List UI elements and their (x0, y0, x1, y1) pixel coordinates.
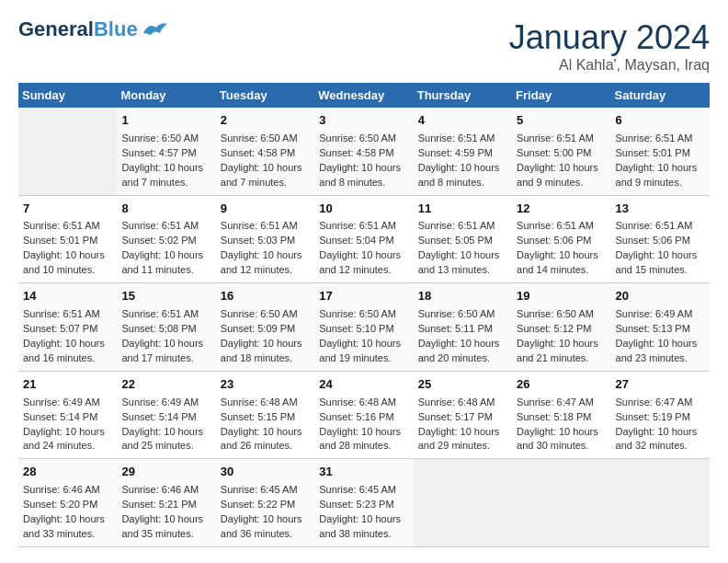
calendar-cell: 16Sunrise: 6:50 AMSunset: 5:09 PMDayligh… (216, 283, 314, 372)
daylight-text: Daylight: 10 hours and 25 minutes. (121, 426, 203, 452)
sunset-text: Sunset: 5:21 PM (121, 499, 196, 510)
sunset-text: Sunset: 4:58 PM (221, 147, 295, 158)
sunrise-text: Sunrise: 6:49 AM (121, 396, 199, 408)
logo: GeneralBlue (18, 18, 167, 40)
daylight-text: Daylight: 10 hours and 8 minutes. (319, 162, 401, 188)
day-number: 10 (319, 201, 408, 218)
calendar-cell: 15Sunrise: 6:51 AMSunset: 5:08 PMDayligh… (117, 283, 215, 372)
sunrise-text: Sunrise: 6:50 AM (121, 132, 199, 144)
sunrise-text: Sunrise: 6:51 AM (616, 220, 693, 231)
sunrise-text: Sunrise: 6:51 AM (23, 220, 100, 231)
col-wednesday: Wednesday (314, 83, 413, 108)
daylight-text: Daylight: 10 hours and 38 minutes. (319, 513, 401, 539)
calendar-table: Sunday Monday Tuesday Wednesday Thursday… (18, 83, 710, 547)
sunrise-text: Sunrise: 6:48 AM (418, 396, 495, 408)
daylight-text: Daylight: 10 hours and 9 minutes. (517, 162, 598, 188)
daylight-text: Daylight: 10 hours and 7 minutes. (221, 162, 302, 188)
daylight-text: Daylight: 10 hours and 12 minutes. (221, 249, 302, 275)
daylight-text: Daylight: 10 hours and 24 minutes. (23, 426, 105, 452)
sunset-text: Sunset: 5:17 PM (418, 411, 493, 422)
daylight-text: Daylight: 10 hours and 12 minutes. (319, 249, 401, 275)
day-number: 25 (418, 376, 507, 394)
sunrise-text: Sunrise: 6:51 AM (517, 132, 594, 144)
day-number: 16 (221, 288, 310, 305)
day-number: 5 (517, 112, 606, 130)
daylight-text: Daylight: 10 hours and 20 minutes. (418, 338, 500, 363)
sunrise-text: Sunrise: 6:51 AM (221, 220, 298, 231)
calendar-header-row: Sunday Monday Tuesday Wednesday Thursday… (18, 83, 710, 108)
sunset-text: Sunset: 4:59 PM (418, 147, 493, 158)
daylight-text: Daylight: 10 hours and 7 minutes. (121, 162, 203, 188)
calendar-cell: 11Sunrise: 6:51 AMSunset: 5:05 PMDayligh… (414, 195, 512, 283)
day-number: 30 (221, 464, 310, 481)
calendar-week-row: 14Sunrise: 6:51 AMSunset: 5:07 PMDayligh… (18, 283, 710, 372)
calendar-cell: 19Sunrise: 6:50 AMSunset: 5:12 PMDayligh… (512, 283, 610, 372)
calendar-cell: 22Sunrise: 6:49 AMSunset: 5:14 PMDayligh… (117, 371, 215, 459)
calendar-cell: 4Sunrise: 6:51 AMSunset: 4:59 PMDaylight… (414, 108, 512, 195)
sunrise-text: Sunrise: 6:50 AM (418, 308, 495, 319)
calendar-cell: 18Sunrise: 6:50 AMSunset: 5:11 PMDayligh… (414, 283, 512, 372)
calendar-cell: 7Sunrise: 6:51 AMSunset: 5:01 PMDaylight… (18, 195, 117, 283)
col-sunday: Sunday (18, 83, 117, 108)
daylight-text: Daylight: 10 hours and 8 minutes. (418, 162, 500, 188)
sunset-text: Sunset: 5:01 PM (23, 235, 97, 246)
sunrise-text: Sunrise: 6:50 AM (221, 308, 298, 319)
sunrise-text: Sunrise: 6:45 AM (319, 484, 396, 495)
sunset-text: Sunset: 5:08 PM (121, 323, 196, 334)
day-number: 6 (616, 112, 705, 130)
calendar-cell: 30Sunrise: 6:45 AMSunset: 5:22 PMDayligh… (216, 459, 314, 547)
day-number: 3 (319, 112, 408, 130)
calendar-cell: 9Sunrise: 6:51 AMSunset: 5:03 PMDaylight… (216, 195, 314, 283)
sunrise-text: Sunrise: 6:49 AM (616, 308, 693, 319)
calendar-cell: 5Sunrise: 6:51 AMSunset: 5:00 PMDaylight… (512, 108, 610, 195)
calendar-cell: 21Sunrise: 6:49 AMSunset: 5:14 PMDayligh… (18, 371, 117, 459)
calendar-cell: 2Sunrise: 6:50 AMSunset: 4:58 PMDaylight… (216, 108, 314, 195)
daylight-text: Daylight: 10 hours and 11 minutes. (121, 249, 203, 275)
day-number: 13 (616, 201, 705, 218)
calendar-cell: 28Sunrise: 6:46 AMSunset: 5:20 PMDayligh… (18, 459, 117, 547)
daylight-text: Daylight: 10 hours and 21 minutes. (517, 338, 598, 363)
sunset-text: Sunset: 5:09 PM (221, 323, 295, 334)
sunset-text: Sunset: 5:01 PM (616, 147, 690, 158)
day-number: 7 (23, 201, 112, 218)
calendar-cell (18, 108, 117, 195)
calendar-cell: 31Sunrise: 6:45 AMSunset: 5:23 PMDayligh… (314, 459, 413, 547)
daylight-text: Daylight: 10 hours and 17 minutes. (121, 338, 203, 363)
day-number: 12 (517, 201, 606, 218)
col-thursday: Thursday (414, 83, 512, 108)
col-monday: Monday (117, 83, 215, 108)
sunset-text: Sunset: 5:07 PM (23, 323, 97, 334)
daylight-text: Daylight: 10 hours and 18 minutes. (221, 338, 302, 363)
day-number: 29 (121, 464, 210, 481)
sunrise-text: Sunrise: 6:49 AM (23, 396, 100, 408)
sunrise-text: Sunrise: 6:50 AM (319, 132, 396, 144)
day-number: 17 (319, 288, 408, 305)
daylight-text: Daylight: 10 hours and 9 minutes. (616, 162, 698, 188)
sunset-text: Sunset: 5:22 PM (221, 499, 295, 510)
sunset-text: Sunset: 5:02 PM (121, 235, 196, 246)
sunset-text: Sunset: 5:05 PM (418, 235, 493, 246)
sunrise-text: Sunrise: 6:48 AM (221, 396, 298, 408)
sunset-text: Sunset: 5:00 PM (517, 147, 591, 158)
sunset-text: Sunset: 5:23 PM (319, 499, 393, 510)
calendar-cell: 14Sunrise: 6:51 AMSunset: 5:07 PMDayligh… (18, 283, 117, 372)
calendar-cell: 13Sunrise: 6:51 AMSunset: 5:06 PMDayligh… (611, 195, 710, 283)
day-number: 11 (418, 201, 507, 218)
daylight-text: Daylight: 10 hours and 10 minutes. (23, 249, 105, 275)
calendar-cell: 27Sunrise: 6:47 AMSunset: 5:19 PMDayligh… (611, 371, 710, 459)
calendar-cell: 8Sunrise: 6:51 AMSunset: 5:02 PMDaylight… (117, 195, 215, 283)
page-header: GeneralBlue January 2024 Al Kahla', Mays… (18, 18, 710, 74)
sunrise-text: Sunrise: 6:45 AM (221, 484, 298, 495)
day-number: 2 (221, 112, 310, 130)
sunset-text: Sunset: 5:20 PM (23, 499, 97, 510)
day-number: 20 (616, 288, 705, 305)
sunrise-text: Sunrise: 6:51 AM (319, 220, 396, 231)
day-number: 4 (418, 112, 507, 130)
calendar-cell: 23Sunrise: 6:48 AMSunset: 5:15 PMDayligh… (216, 371, 314, 459)
logo-text: GeneralBlue (18, 18, 138, 40)
sunset-text: Sunset: 5:16 PM (319, 411, 393, 422)
sunset-text: Sunset: 5:03 PM (221, 235, 295, 246)
calendar-cell (414, 459, 512, 547)
daylight-text: Daylight: 10 hours and 28 minutes. (319, 426, 401, 452)
calendar-cell: 20Sunrise: 6:49 AMSunset: 5:13 PMDayligh… (611, 283, 710, 372)
